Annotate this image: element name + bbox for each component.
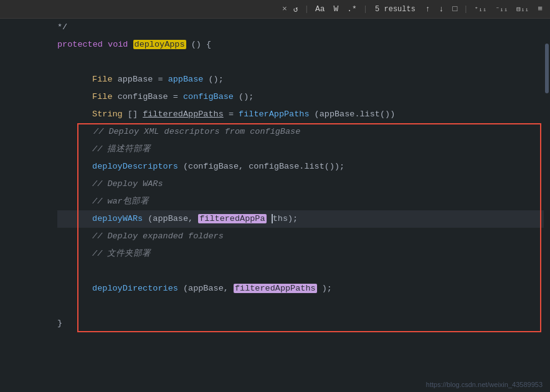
keyword-void: void [108,40,128,49]
replace-all-button[interactable]: ⁻ᵢᵢ [493,4,510,14]
var-filteredapppaths-highlight2: filteredAppPaths [234,284,317,293]
scrollbar-thumb[interactable] [545,44,549,93]
code-line-9: deployDescriptors (configBase, configBas… [57,158,544,175]
var-filteredapppaths-highlight: filteredAppPa [198,214,266,223]
code-line-16: deployDirectories (appBase, filteredAppP… [57,280,544,297]
hint-area [37,19,52,392]
code-line-6: String [] filteredAppPaths = filterAppPa… [57,106,544,123]
divider-3: | [463,5,468,14]
code-content[interactable]: */ protected void deployApps () { File a… [52,19,544,392]
code-line-15 [57,263,544,280]
next-result-button[interactable]: ↓ [437,3,447,15]
code-line-10: // Deploy WARs [57,175,544,193]
code-line-5: File configBase = configBase (); [57,88,544,106]
find-all-button[interactable]: ⁺ᵢᵢ [472,4,490,14]
code-line-2: protected void deployApps () { [57,36,544,54]
prev-result-button[interactable]: ↑ [423,3,433,15]
code-editor: */ protected void deployApps () { File a… [0,19,550,392]
expand-button[interactable]: □ [450,3,460,15]
code-line-18: } [57,315,544,332]
code-line-4: File appBase = appBase (); [57,71,544,88]
toggle-button[interactable]: ⊟ᵢᵢ [514,4,531,14]
refresh-button[interactable]: ↺ [291,3,301,16]
search-toolbar: × ↺ | Aa W .* | 5 results ↑ ↓ □ | ⁺ᵢᵢ ⁻ᵢ… [0,0,550,19]
divider-2: | [363,5,367,14]
code-line-7: // Deploy XML descriptors from configBas… [59,123,544,141]
vertical-scrollbar[interactable] [544,19,550,392]
divider-1: | [305,5,309,14]
fn-deployapps-highlight: deployApps [133,40,186,49]
code-line-17 [57,297,544,315]
match-word-button[interactable]: W [331,3,341,15]
code-line-13: // Deploy expanded folders [57,228,544,245]
var-filteredapppaths: filteredAppPaths [143,110,224,119]
watermark: https://blog.csdn.net/weixin_43589953 [426,381,543,388]
close-button[interactable]: × [282,4,287,14]
results-count: 5 results [371,5,419,14]
code-line-14: // 文件夹部署 [57,245,544,263]
regex-button[interactable]: .* [344,3,359,15]
keyword-protected: protected [57,40,103,49]
menu-button[interactable]: ≡ [535,3,545,15]
line-text: */ [57,22,67,32]
code-line-12: deployWARs (appBase, filteredAppPa ths); [57,210,544,228]
line-numbers-gutter [0,19,37,392]
code-line-11: // war包部署 [57,193,544,210]
match-case-button[interactable]: Aa [313,3,328,15]
code-line-8: // 描述符部署 [57,141,544,158]
code-line-3 [57,54,544,71]
code-line-1: */ [57,19,544,36]
